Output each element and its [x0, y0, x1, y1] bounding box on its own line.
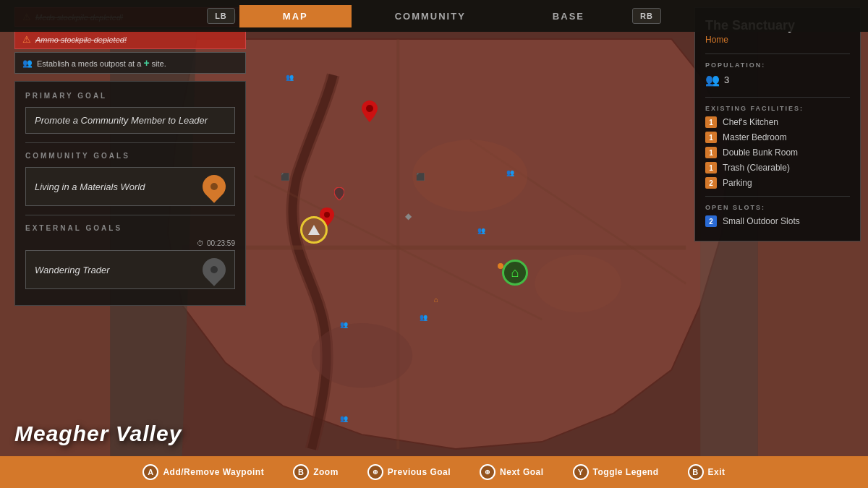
- next-goal-label: Next Goal: [500, 467, 544, 477]
- marker-diamond: ◆: [405, 211, 412, 221]
- top-navigation: LB Map Community Base RB: [0, 0, 868, 32]
- marker-group-5: 👥: [340, 415, 348, 422]
- facility-name-2: Double Bunk Room: [723, 147, 798, 158]
- rb-button[interactable]: RB: [632, 8, 661, 24]
- timer-value: 00:23:59: [207, 239, 235, 247]
- external-goals-label: EXTERNAL GOALS: [25, 224, 235, 232]
- facility-name-1: Master Bedroom: [723, 132, 787, 142]
- facilities-label: EXISTING FACILITIES:: [705, 105, 850, 112]
- external-goal-text: Wandering Trader: [35, 265, 197, 275]
- marker-group-3: 👥: [477, 227, 485, 234]
- action-waypoint[interactable]: A Add/Remove Waypoint: [142, 464, 264, 480]
- open-slots-label: OPEN SLOTS:: [705, 204, 850, 211]
- action-next-goal[interactable]: ⊕ Next Goal: [480, 464, 544, 480]
- marker-home-small: ⌂: [434, 296, 438, 304]
- svg-point-4: [366, 105, 373, 112]
- open-slot-name-0: Small Outdoor Slots: [723, 216, 800, 226]
- community-goal-pin-inner: [210, 183, 218, 190]
- divider-2: [25, 215, 235, 215]
- lb-button[interactable]: LB: [207, 8, 235, 24]
- external-goal-pin: [197, 253, 230, 286]
- facility-name-3: Trash (Clearable): [723, 163, 790, 173]
- facility-num-3: 1: [705, 162, 717, 174]
- info-bar-text: Establish a meds outpost at a + site.: [37, 57, 166, 69]
- map-location-name: Meagher Valley: [14, 421, 182, 446]
- svg-point-3: [312, 323, 412, 388]
- facility-num-1: 1: [705, 132, 717, 143]
- primary-goal-text: Promote a Community Member to Leader: [35, 115, 226, 126]
- action-exit[interactable]: B Exit: [688, 464, 726, 480]
- external-goal-item[interactable]: Wandering Trader: [25, 250, 235, 289]
- population-count: 3: [724, 74, 729, 85]
- marker-group-6: 👥: [506, 169, 514, 176]
- prev-goal-label: Previous Goal: [388, 467, 451, 477]
- prev-goal-badge: ⊕: [367, 464, 383, 480]
- tab-community[interactable]: Community: [352, 5, 509, 27]
- tab-map[interactable]: Map: [239, 5, 352, 27]
- population-row: 👥 3: [705, 73, 850, 87]
- svg-point-5: [324, 212, 330, 218]
- primary-goal-item[interactable]: Promote a Community Member to Leader: [25, 107, 235, 134]
- exit-label: Exit: [708, 467, 726, 477]
- population-icon: 👥: [705, 73, 720, 87]
- primary-goal-label: PRIMARY GOAL: [25, 92, 235, 100]
- marker-group-1: 👥: [286, 74, 294, 81]
- alert-bar-2: ⚠ Ammo stockpile depleted!: [14, 30, 246, 49]
- marker-symbol-1: ⬛: [416, 173, 425, 181]
- next-goal-badge: ⊕: [480, 464, 495, 480]
- people-icon-info: 👥: [22, 59, 33, 68]
- svg-point-2: [535, 254, 621, 312]
- info-bar: 👥 Establish a meds outpost at a + site.: [14, 52, 246, 74]
- bottom-bar: A Add/Remove Waypoint B Zoom ⊕ Previous …: [0, 456, 868, 488]
- marker-small-orange-1: [498, 263, 503, 269]
- action-toggle-legend[interactable]: Y Toggle Legend: [573, 464, 659, 480]
- panel-divider-1: [705, 53, 850, 54]
- facility-num-2: 1: [705, 147, 717, 158]
- facility-num-0: 1: [705, 116, 717, 128]
- timer-icon: ⏱: [197, 239, 204, 247]
- open-slot-num-0: 2: [705, 215, 717, 227]
- community-goal-text: Living in a Materials World: [35, 181, 197, 192]
- waypoint-badge: A: [142, 464, 158, 480]
- waypoint-label: Add/Remove Waypoint: [163, 467, 264, 477]
- facility-num-4: 2: [705, 177, 717, 189]
- location-type: Home: [705, 35, 850, 45]
- panel-divider-2: [705, 97, 850, 98]
- facility-row-2: 1 Double Bunk Room: [705, 147, 850, 158]
- marker-red-top: [362, 100, 378, 125]
- facility-row-4: 2 Parking: [705, 177, 850, 189]
- facility-row-1: 1 Master Bedroom: [705, 132, 850, 143]
- facility-row-3: 1 Trash (Clearable): [705, 162, 850, 174]
- left-panel: ⚠ Meds stockpile depleted! 📋 ⚠ Ammo stoc…: [14, 7, 246, 306]
- tab-base[interactable]: Base: [509, 5, 628, 27]
- facility-row-0: 1 Chef's Kitchen: [705, 116, 850, 128]
- right-panel: The Sanctuary Home POPULATION: 👥 3 EXIST…: [694, 7, 861, 241]
- external-goal-pin-inner: [210, 266, 218, 273]
- toggle-legend-label: Toggle Legend: [593, 467, 659, 477]
- action-prev-goal[interactable]: ⊕ Previous Goal: [367, 464, 451, 480]
- marker-dark-mid: [334, 187, 344, 203]
- marker-group-4: 👥: [340, 321, 348, 328]
- community-goal-item[interactable]: Living in a Materials World: [25, 167, 235, 206]
- timer-row: ⏱ 00:23:59: [25, 239, 235, 247]
- marker-group-2: 👥: [420, 314, 427, 321]
- toggle-legend-badge: Y: [573, 464, 589, 480]
- action-zoom[interactable]: B Zoom: [293, 464, 339, 480]
- population-label: POPULATION:: [705, 61, 850, 69]
- divider-1: [25, 142, 235, 143]
- alert-icon-2: ⚠: [22, 34, 31, 45]
- exit-badge: B: [688, 464, 704, 480]
- facility-name-0: Chef's Kitchen: [723, 117, 778, 127]
- facility-name-4: Parking: [723, 178, 752, 188]
- zoom-badge: B: [293, 464, 309, 480]
- marker-symbol-2: ⬛: [281, 173, 289, 181]
- community-goal-pin: [197, 170, 230, 202]
- panel-divider-3: [705, 196, 850, 197]
- zoom-label: Zoom: [313, 467, 339, 477]
- community-goals-label: COMMUNITY GOALS: [25, 152, 235, 160]
- goals-panel: PRIMARY GOAL Promote a Community Member …: [14, 81, 246, 306]
- alert-text-2: Ammo stockpile depleted!: [35, 35, 238, 44]
- open-slot-row-0: 2 Small Outdoor Slots: [705, 215, 850, 227]
